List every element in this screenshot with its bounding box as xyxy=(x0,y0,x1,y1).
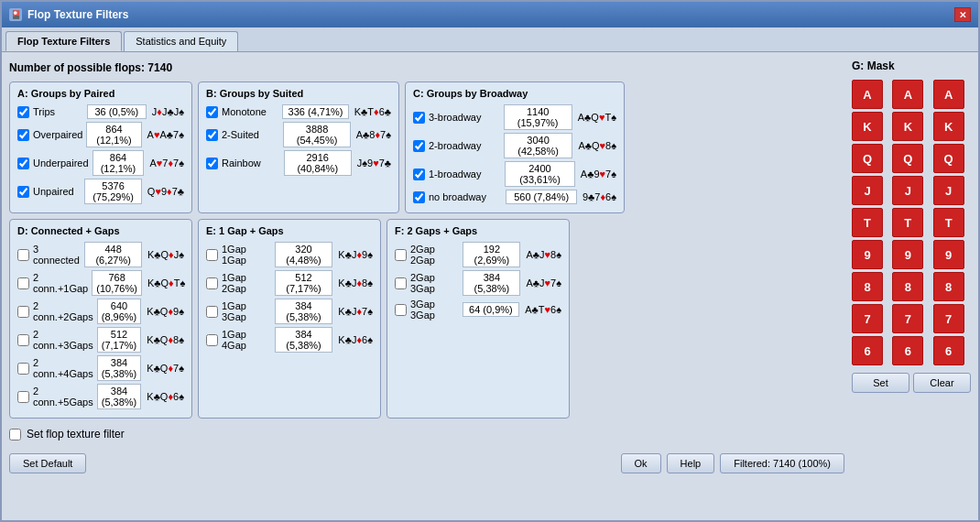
group-d-row-0: 3 connected 448 (6,27%) K♣Q♦J♠ xyxy=(17,242,184,267)
conn5gap-value: 384 (5,38%) xyxy=(97,384,142,409)
top-groups-row: A: Groups by Paired Trips 36 (0,5%) J♦J♣… xyxy=(9,82,844,213)
mask-card-q2[interactable]: Q xyxy=(892,144,923,173)
group-a-row-0: Trips 36 (0,5%) J♦J♣J♠ xyxy=(17,104,184,119)
mask-card-a2[interactable]: A xyxy=(892,80,923,109)
mask-card-8-1[interactable]: 8 xyxy=(852,272,883,301)
mask-card-a1[interactable]: A xyxy=(852,80,883,109)
gap2-2-checkbox[interactable] xyxy=(395,249,407,261)
mask-card-6-3[interactable]: 6 xyxy=(933,336,964,365)
broadway1-value: 2400 (33,61%) xyxy=(505,161,575,187)
conn4gap-checkbox[interactable] xyxy=(17,363,29,375)
tab-statistics-equity[interactable]: Statistics and Equity xyxy=(124,31,238,51)
close-button[interactable]: ✕ xyxy=(954,7,971,22)
overpaired-label: Overpaired xyxy=(33,129,82,140)
mask-card-j1[interactable]: J xyxy=(852,176,883,205)
gap2-3-checkbox[interactable] xyxy=(395,277,407,289)
gap1-1-cards: K♣J♦9♠ xyxy=(338,249,373,260)
ok-button[interactable]: Ok xyxy=(621,453,661,473)
gap1-3-checkbox[interactable] xyxy=(206,306,218,318)
mask-card-q1[interactable]: Q xyxy=(852,144,883,173)
broadway0-cards: 9♣7♦6♠ xyxy=(583,191,616,202)
main-panel: Number of possible flops: 7140 A: Groups… xyxy=(9,60,844,513)
conn1gap-value: 768 (10,76%) xyxy=(92,270,142,296)
set-filter-checkbox[interactable] xyxy=(9,429,21,440)
broadway3-value: 1140 (15,97%) xyxy=(504,104,572,130)
group-c-box: C: Groups by Broadway 3-broadway 1140 (1… xyxy=(405,82,625,213)
gap1-3-cards: K♣J♦7♠ xyxy=(338,306,373,317)
monotone-checkbox[interactable] xyxy=(206,106,218,118)
suited2-value: 3888 (54,45%) xyxy=(283,122,350,147)
mask-card-t2[interactable]: T xyxy=(892,208,923,237)
conn5gap-checkbox[interactable] xyxy=(17,391,29,403)
mask-card-t3[interactable]: T xyxy=(933,208,964,237)
group-f-title: F: 2 Gaps + Gaps xyxy=(395,225,561,236)
mask-card-k1[interactable]: K xyxy=(852,112,883,141)
monotone-value: 336 (4,71%) xyxy=(282,104,348,119)
unpaired-checkbox[interactable] xyxy=(17,186,29,198)
broadway2-checkbox[interactable] xyxy=(413,140,425,152)
mask-card-9-2[interactable]: 9 xyxy=(892,240,923,269)
gap3-3-checkbox[interactable] xyxy=(395,304,407,316)
mask-card-6-1[interactable]: 6 xyxy=(852,336,883,365)
conn3gap-checkbox[interactable] xyxy=(17,334,29,346)
overpaired-checkbox[interactable] xyxy=(17,129,29,141)
mask-card-8-3[interactable]: 8 xyxy=(933,272,964,301)
underpaired-value: 864 (12,1%) xyxy=(93,150,145,176)
suited2-label: 2-Suited xyxy=(222,129,279,140)
broadway3-label: 3-broadway xyxy=(429,112,500,123)
mask-card-9-1[interactable]: 9 xyxy=(852,240,883,269)
rainbow-checkbox[interactable] xyxy=(206,158,218,169)
group-a-row-2: Underpaired 864 (12,1%) A♥7♦7♠ xyxy=(17,150,184,176)
trips-checkbox[interactable] xyxy=(17,106,29,118)
group-c-row-3: no broadway 560 (7,84%) 9♣7♦6♠ xyxy=(413,190,616,204)
mask-card-7-2[interactable]: 7 xyxy=(892,304,923,333)
flops-count: Number of possible flops: 7140 xyxy=(9,60,844,76)
mask-card-8-2[interactable]: 8 xyxy=(892,272,923,301)
conn2gap-checkbox[interactable] xyxy=(17,306,29,318)
mask-card-j2[interactable]: J xyxy=(892,176,923,205)
connected3-checkbox[interactable] xyxy=(17,249,29,261)
mask-title: G: Mask xyxy=(852,60,971,72)
group-c-row-2: 1-broadway 2400 (33,61%) A♣9♥7♠ xyxy=(413,161,616,187)
set-filter-row: Set flop texture filter xyxy=(9,424,844,444)
mask-card-q3[interactable]: Q xyxy=(933,144,964,173)
rainbow-cards: J♠9♥7♣ xyxy=(357,158,391,169)
gap1-4-label: 1Gap 4Gap xyxy=(222,329,271,351)
suited2-checkbox[interactable] xyxy=(206,129,218,141)
mask-card-7-1[interactable]: 7 xyxy=(852,304,883,333)
monotone-cards: K♣T♦6♣ xyxy=(354,106,391,117)
mask-card-7-3[interactable]: 7 xyxy=(933,304,964,333)
group-f-row-2: 3Gap 3Gap 64 (0,9%) A♣T♥6♠ xyxy=(395,299,561,321)
mask-card-6-2[interactable]: 6 xyxy=(892,336,923,365)
broadway3-checkbox[interactable] xyxy=(413,112,425,124)
gap1-4-value: 384 (5,38%) xyxy=(275,327,333,353)
conn4gap-value: 384 (5,38%) xyxy=(97,355,142,381)
group-d-row-4: 2 conn.+4Gaps 384 (5,38%) K♣Q♦7♠ xyxy=(17,355,184,381)
set-filter-label: Set flop texture filter xyxy=(27,428,125,440)
mask-card-k3[interactable]: K xyxy=(933,112,964,141)
underpaired-checkbox[interactable] xyxy=(17,158,29,169)
broadway0-checkbox[interactable] xyxy=(413,191,425,203)
conn3gap-label: 2 conn.+3Gaps xyxy=(33,329,93,351)
broadway2-label: 2-broadway xyxy=(429,140,500,151)
gap1-1-checkbox[interactable] xyxy=(206,249,218,261)
conn1gap-label: 2 conn.+1Gap xyxy=(33,272,88,294)
conn1gap-checkbox[interactable] xyxy=(17,277,29,289)
group-a-title: A: Groups by Paired xyxy=(17,88,184,99)
mask-set-button[interactable]: Set xyxy=(852,373,909,393)
set-default-button[interactable]: Set Default xyxy=(9,453,86,473)
gap3-3-label: 3Gap 3Gap xyxy=(410,299,459,321)
mask-card-t1[interactable]: T xyxy=(852,208,883,237)
mask-card-a3[interactable]: A xyxy=(933,80,964,109)
underpaired-cards: A♥7♦7♠ xyxy=(149,158,184,169)
mask-clear-button[interactable]: Clear xyxy=(913,373,971,393)
help-button[interactable]: Help xyxy=(667,453,715,473)
trips-value: 36 (0,5%) xyxy=(87,104,147,119)
broadway1-checkbox[interactable] xyxy=(413,169,425,180)
mask-card-k2[interactable]: K xyxy=(892,112,923,141)
tab-flop-texture[interactable]: Flop Texture Filters xyxy=(5,31,122,51)
gap1-2-checkbox[interactable] xyxy=(206,277,218,289)
mask-card-j3[interactable]: J xyxy=(933,176,964,205)
mask-card-9-3[interactable]: 9 xyxy=(933,240,964,269)
gap1-4-checkbox[interactable] xyxy=(206,334,218,346)
